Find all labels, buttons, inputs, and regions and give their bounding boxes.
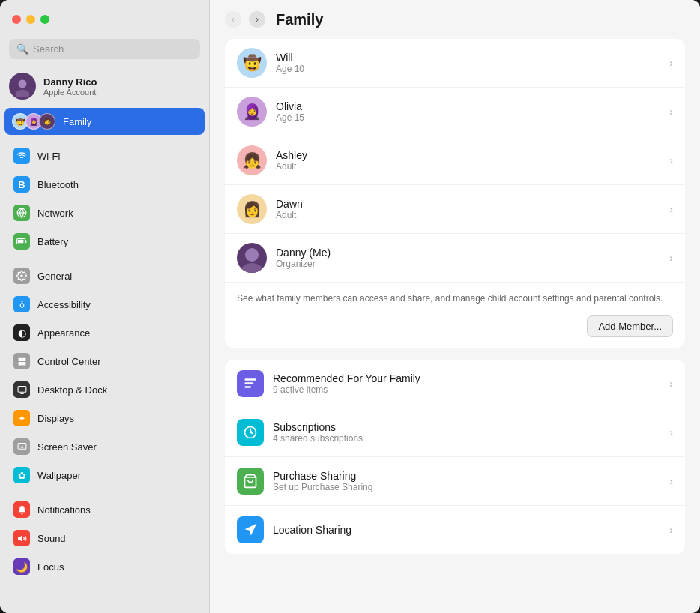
sidebar-item-screen-saver-label: Screen Saver <box>37 441 97 453</box>
sidebar-item-accessibility-label: Accessibility <box>37 299 91 310</box>
sidebar-item-sound[interactable]: Sound <box>4 525 205 552</box>
sidebar-item-control-center-label: Control Center <box>37 356 101 367</box>
sidebar-item-control-center[interactable]: Control Center <box>4 348 205 375</box>
control-center-icon <box>13 353 30 369</box>
member-role-danny: Organizer <box>276 259 669 269</box>
feature-info-subscriptions: Subscriptions 4 shared subscriptions <box>273 421 669 444</box>
chevron-right-icon-location: › <box>669 524 673 536</box>
svg-point-19 <box>245 248 259 262</box>
features-card: Recommended For Your Family 9 active ite… <box>225 360 685 554</box>
svg-rect-22 <box>245 382 254 384</box>
member-role-ashley: Adult <box>276 161 669 172</box>
description-section: See what family members can access and s… <box>225 283 685 308</box>
svg-rect-10 <box>18 357 21 360</box>
member-avatar-danny <box>237 243 267 273</box>
wifi-icon <box>13 148 30 164</box>
member-row-will[interactable]: 🤠 Will Age 10 › <box>225 39 685 88</box>
minimize-button[interactable] <box>26 15 35 24</box>
sidebar-item-displays-label: Displays <box>37 413 74 424</box>
search-placeholder: Search <box>33 43 64 55</box>
sidebar-item-sound-label: Sound <box>37 533 66 544</box>
chevron-right-icon-ashley: › <box>669 154 673 166</box>
sidebar-item-general[interactable]: General <box>4 262 205 289</box>
sidebar-item-appearance[interactable]: ◐ Appearance <box>4 319 205 346</box>
svg-rect-14 <box>18 386 26 392</box>
page-title: Family <box>276 11 323 28</box>
sidebar-item-battery[interactable]: Battery <box>4 228 205 255</box>
fullscreen-button[interactable] <box>40 15 49 24</box>
traffic-lights <box>12 15 49 24</box>
main-window: 🔍 Search Danny Rico Apple Account 🤠 🧕 <box>0 0 700 613</box>
account-avatar <box>9 73 36 100</box>
family-description: See what family members can access and s… <box>237 292 673 305</box>
sidebar-item-focus[interactable]: 🌙 Focus <box>4 553 205 580</box>
member-row-olivia[interactable]: 🧕 Olivia Age 15 › <box>225 88 685 136</box>
member-name-dawn: Dawn <box>276 198 669 210</box>
chevron-right-icon-recommended: › <box>669 378 673 390</box>
search-bar[interactable]: 🔍 Search <box>9 39 200 59</box>
sidebar-item-family[interactable]: 🤠 🧕 🧔 Family <box>4 108 205 135</box>
svg-rect-6 <box>25 240 27 243</box>
svg-point-20 <box>241 263 262 273</box>
members-card: 🤠 Will Age 10 › 🧕 Olivia Age 15 › <box>225 39 685 348</box>
sidebar-item-wifi-label: Wi-Fi <box>37 151 60 162</box>
member-row-ashley[interactable]: 👧 Ashley Adult › <box>225 136 685 185</box>
location-sharing-icon <box>237 516 264 543</box>
focus-icon: 🌙 <box>13 558 30 575</box>
account-section[interactable]: Danny Rico Apple Account <box>0 67 209 107</box>
sidebar-item-accessibility[interactable]: Accessibility <box>4 291 205 318</box>
recommended-icon <box>237 370 264 397</box>
svg-point-8 <box>20 274 23 277</box>
sidebar-item-network[interactable]: Network <box>4 199 205 226</box>
sidebar-item-notifications-label: Notifications <box>37 504 91 516</box>
feature-row-subscriptions[interactable]: Subscriptions 4 shared subscriptions › <box>225 408 685 457</box>
account-name: Danny Rico <box>43 76 97 88</box>
feature-row-location[interactable]: Location Sharing › <box>225 506 685 554</box>
sound-icon <box>13 530 30 546</box>
sidebar-item-screen-saver[interactable]: Screen Saver <box>4 433 205 460</box>
feature-sub-purchase: Set up Purchase Sharing <box>273 482 669 492</box>
feature-info-location: Location Sharing <box>273 524 669 536</box>
forward-button[interactable]: › <box>249 11 265 28</box>
svg-rect-21 <box>245 378 256 381</box>
member-avatar-dawn: 👩 <box>237 194 267 224</box>
general-icon <box>13 268 30 284</box>
back-button[interactable]: ‹ <box>225 11 241 28</box>
accessibility-icon <box>13 296 30 312</box>
chevron-right-icon-subscriptions: › <box>669 426 673 438</box>
svg-rect-7 <box>18 240 24 244</box>
svg-marker-18 <box>18 535 22 541</box>
svg-marker-26 <box>245 524 257 536</box>
sidebar-item-bluetooth[interactable]: B Bluetooth <box>4 171 205 198</box>
chevron-right-icon-danny: › <box>669 252 673 264</box>
sidebar-item-appearance-label: Appearance <box>37 327 90 339</box>
feature-row-recommended[interactable]: Recommended For Your Family 9 active ite… <box>225 360 685 408</box>
member-info-dawn: Dawn Adult <box>276 198 669 220</box>
battery-icon <box>13 233 30 250</box>
sidebar: 🔍 Search Danny Rico Apple Account 🤠 🧕 <box>0 0 210 613</box>
purchase-sharing-icon <box>237 468 264 495</box>
feature-row-purchase[interactable]: Purchase Sharing Set up Purchase Sharing… <box>225 457 685 506</box>
main-content: ‹ › Family 🤠 Will Age 10 › 🧕 <box>210 0 700 613</box>
feature-info-purchase: Purchase Sharing Set up Purchase Sharing <box>273 470 669 492</box>
sidebar-item-general-label: General <box>37 271 72 282</box>
feature-sub-recommended: 9 active items <box>273 384 669 395</box>
chevron-right-icon-dawn: › <box>669 203 673 215</box>
close-button[interactable] <box>12 15 21 24</box>
member-role-dawn: Adult <box>276 210 669 220</box>
displays-icon: ✦ <box>13 410 30 426</box>
svg-rect-11 <box>22 357 25 360</box>
sidebar-item-notifications[interactable]: Notifications <box>4 496 205 523</box>
sidebar-item-displays[interactable]: ✦ Displays <box>4 405 205 432</box>
member-row-dawn[interactable]: 👩 Dawn Adult › <box>225 185 685 234</box>
main-body: 🤠 Will Age 10 › 🧕 Olivia Age 15 › <box>210 39 700 613</box>
sidebar-item-desktop-dock[interactable]: Desktop & Dock <box>4 376 205 403</box>
sidebar-item-wallpaper[interactable]: ✿ Wallpaper <box>4 462 205 489</box>
subscriptions-icon <box>237 419 264 446</box>
member-row-danny[interactable]: Danny (Me) Organizer › <box>225 234 685 283</box>
screen-saver-icon <box>13 438 30 455</box>
sidebar-item-wifi[interactable]: Wi-Fi <box>4 142 205 169</box>
family-avatars: 🤠 🧕 🧔 <box>12 113 55 130</box>
add-member-button[interactable]: Add Member... <box>587 315 673 337</box>
svg-point-2 <box>19 79 27 88</box>
